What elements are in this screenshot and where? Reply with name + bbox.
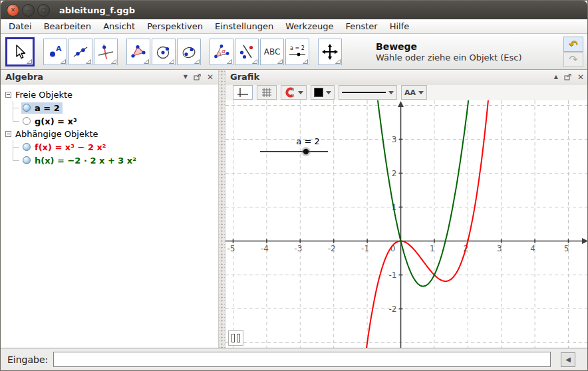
undock-panel-icon[interactable] bbox=[564, 74, 571, 80]
font-size-icon: AA bbox=[404, 88, 416, 97]
command-input[interactable] bbox=[53, 352, 551, 367]
graph-canvas[interactable]: -5-4-3-2-112345321-1-20a = 2 bbox=[225, 100, 588, 349]
close-icon: ✕ bbox=[11, 7, 16, 13]
redo-button[interactable]: ↷ bbox=[563, 52, 583, 67]
toggle-axes-button[interactable] bbox=[233, 85, 253, 100]
x-tick-label: 4 bbox=[530, 244, 535, 253]
menu-item-ansicht[interactable]: Ansicht bbox=[97, 19, 141, 34]
redo-icon: ↷ bbox=[569, 55, 577, 65]
tool-point-button[interactable]: A bbox=[43, 39, 67, 65]
line-style-icon bbox=[342, 92, 386, 93]
x-tick-label: 5 bbox=[564, 244, 569, 253]
graphics-canvas-area: -5-4-3-2-112345321-1-20a = 2 bbox=[225, 100, 588, 349]
close-panel-icon[interactable]: ✕ bbox=[207, 72, 214, 82]
tool-circle-button[interactable] bbox=[152, 39, 176, 65]
algebra-view: Algebra ▼ ✕ Freie Objekte a = 2 bbox=[1, 70, 218, 349]
dropdown-arrow-icon bbox=[298, 91, 303, 94]
algebra-panel-title: Algebra bbox=[5, 72, 43, 82]
panel-menu-icon[interactable]: ▼ bbox=[184, 74, 188, 80]
object-color-button[interactable] bbox=[311, 85, 335, 100]
text-style-button[interactable]: AA bbox=[401, 85, 427, 100]
pause-icon bbox=[231, 334, 235, 342]
menu-item-datei[interactable]: Datei bbox=[3, 19, 38, 34]
visibility-marble-icon[interactable] bbox=[23, 156, 31, 164]
window-minimize-button[interactable]: – bbox=[22, 4, 35, 17]
tool-perpendicular-line-button[interactable] bbox=[94, 39, 118, 65]
curve-f[interactable] bbox=[351, 100, 501, 349]
tool-line-button[interactable] bbox=[69, 39, 92, 65]
panel-menu-icon[interactable]: ▲ bbox=[554, 74, 558, 80]
slider-a-handle[interactable] bbox=[303, 149, 309, 154]
collapse-toggle-icon[interactable] bbox=[5, 131, 11, 137]
slider-a-label: a = 2 bbox=[296, 136, 319, 146]
graphics-view: Grafik ▲ ✕ bbox=[225, 70, 588, 349]
undo-button[interactable]: ↶ bbox=[563, 37, 583, 52]
tool-dropdown-icon[interactable] bbox=[252, 59, 257, 64]
tool-dropdown-icon[interactable] bbox=[169, 59, 174, 64]
tool-help-status: Bewege Wähle oder ziehe ein Objekt (Esc) bbox=[376, 41, 522, 62]
input-help-button[interactable]: ◀ bbox=[561, 352, 575, 367]
menu-item-perspektiven[interactable]: Perspektiven bbox=[141, 19, 209, 34]
menu-item-bearbeiten[interactable]: Bearbeiten bbox=[38, 19, 97, 34]
minimize-icon: – bbox=[27, 7, 30, 13]
color-swatch-icon bbox=[314, 88, 323, 97]
move-view-icon bbox=[322, 44, 338, 60]
algebra-item-g[interactable]: g(x) = x³ bbox=[35, 116, 77, 126]
x-tick-label: -4 bbox=[261, 244, 269, 253]
tool-text-button[interactable]: ABC bbox=[260, 39, 284, 65]
tool-dropdown-icon[interactable] bbox=[111, 59, 116, 64]
algebra-item-a[interactable]: a = 2 bbox=[35, 103, 60, 113]
line-style-button[interactable] bbox=[339, 85, 397, 100]
menu-item-fenster[interactable]: Fenster bbox=[339, 19, 383, 34]
tool-dropdown-icon[interactable] bbox=[194, 59, 200, 64]
tool-angle-button[interactable]: α bbox=[210, 39, 233, 65]
maximize-icon: ▢ bbox=[41, 7, 47, 13]
tool-move-button[interactable] bbox=[5, 37, 35, 66]
visibility-marble-icon[interactable] bbox=[23, 117, 31, 125]
tool-dropdown-icon[interactable] bbox=[86, 59, 91, 64]
axes-icon bbox=[236, 86, 249, 98]
point-capturing-button[interactable] bbox=[281, 85, 307, 100]
toggle-grid-button[interactable] bbox=[257, 85, 277, 100]
slider-tool-icon: a = 2 bbox=[289, 45, 306, 58]
tool-dropdown-icon[interactable] bbox=[303, 59, 308, 64]
point-icon: A bbox=[48, 45, 63, 59]
window-close-button[interactable]: ✕ bbox=[7, 4, 19, 17]
y-tick-label: -1 bbox=[389, 271, 397, 280]
tool-dropdown-icon[interactable] bbox=[277, 59, 283, 64]
menu-item-hilfe[interactable]: Hilfe bbox=[384, 19, 416, 34]
visibility-marble-icon[interactable] bbox=[23, 104, 31, 112]
tool-ellipse-button[interactable] bbox=[177, 39, 201, 65]
tool-move-graphics-view-button[interactable] bbox=[318, 39, 342, 65]
curve-h[interactable] bbox=[351, 100, 501, 287]
algebra-item-h[interactable]: h(x) = −2 · 2 x + 3 x² bbox=[35, 156, 136, 166]
tree-connector bbox=[13, 154, 21, 167]
menu-bar: Datei Bearbeiten Ansicht Perspektiven Ei… bbox=[1, 19, 587, 34]
window-maximize-button[interactable]: ▢ bbox=[37, 4, 50, 17]
undock-panel-icon[interactable] bbox=[194, 74, 201, 80]
close-panel-icon[interactable]: ✕ bbox=[577, 72, 584, 82]
angle-icon: α bbox=[214, 44, 229, 60]
tool-dropdown-icon[interactable] bbox=[27, 59, 32, 64]
pause-icon bbox=[237, 334, 240, 342]
algebra-item-row: g(x) = x³ bbox=[13, 114, 218, 128]
x-tick-label: -5 bbox=[227, 244, 235, 253]
tool-polygon-button[interactable] bbox=[126, 39, 150, 65]
tool-reflect-button[interactable] bbox=[235, 39, 259, 65]
tool-dropdown-icon[interactable] bbox=[227, 59, 232, 64]
y-tick-label: 2 bbox=[392, 169, 397, 178]
panel-splitter[interactable] bbox=[218, 70, 225, 349]
tool-dropdown-icon[interactable] bbox=[144, 59, 149, 64]
grid-icon bbox=[261, 86, 273, 98]
menu-item-einstellungen[interactable]: Einstellungen bbox=[209, 19, 279, 34]
algebra-item-f[interactable]: f(x) = x³ − 2 x² bbox=[35, 142, 106, 152]
collapse-toggle-icon[interactable] bbox=[5, 92, 11, 98]
window-title: ableitung_f.ggb bbox=[59, 5, 135, 15]
tool-dropdown-icon[interactable] bbox=[61, 59, 66, 64]
animation-pause-button[interactable] bbox=[228, 330, 243, 346]
visibility-marble-icon[interactable] bbox=[23, 143, 31, 151]
tool-dropdown-icon[interactable] bbox=[335, 59, 341, 64]
menu-item-werkzeuge[interactable]: Werkzeuge bbox=[279, 19, 339, 34]
tool-slider-button[interactable]: a = 2 bbox=[285, 39, 309, 65]
geogebra-window: ✕ – ▢ ableitung_f.ggb Datei Bearbeiten A… bbox=[0, 0, 588, 371]
